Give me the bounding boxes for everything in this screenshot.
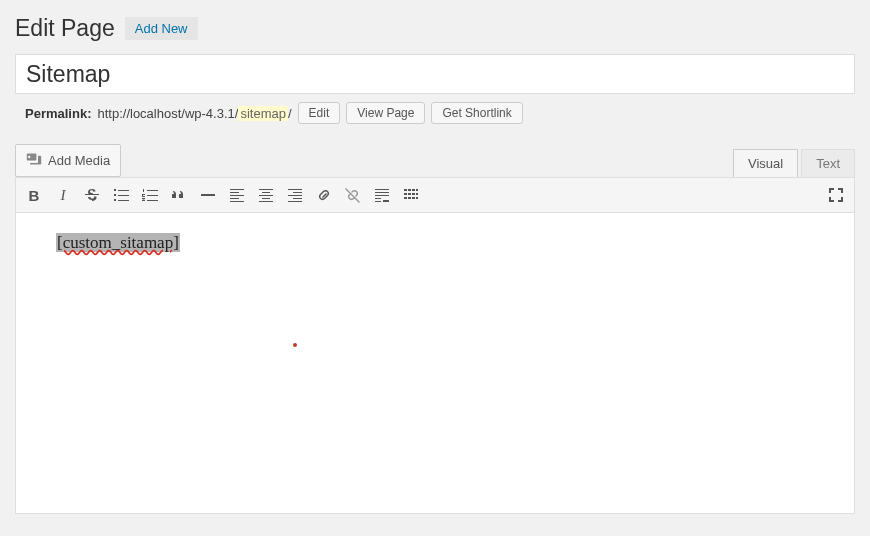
permalink-slug: sitemap — [238, 106, 288, 121]
italic-icon[interactable]: I — [49, 181, 77, 209]
bullet-list-icon[interactable] — [107, 181, 135, 209]
hr-icon[interactable] — [194, 181, 222, 209]
align-center-icon[interactable] — [252, 181, 280, 209]
editor-container: B I [custom_sitamap] — [15, 177, 855, 514]
title-input[interactable] — [15, 54, 855, 94]
link-icon[interactable] — [310, 181, 338, 209]
shortcode-text: [custom_sitamap] — [56, 233, 180, 252]
add-media-label: Add Media — [48, 153, 110, 168]
view-page-button[interactable]: View Page — [346, 102, 425, 124]
red-dot-marker — [293, 343, 297, 347]
editor-content[interactable]: [custom_sitamap] — [16, 213, 854, 513]
media-icon — [26, 151, 42, 170]
unlink-icon[interactable] — [339, 181, 367, 209]
tab-text[interactable]: Text — [801, 149, 855, 177]
add-new-button[interactable]: Add New — [125, 17, 198, 40]
bold-icon[interactable]: B — [20, 181, 48, 209]
tinymce-toolbar: B I — [16, 178, 854, 213]
edit-permalink-button[interactable]: Edit — [298, 102, 341, 124]
align-right-icon[interactable] — [281, 181, 309, 209]
blockquote-icon[interactable] — [165, 181, 193, 209]
more-icon[interactable] — [368, 181, 396, 209]
get-shortlink-button[interactable]: Get Shortlink — [431, 102, 522, 124]
permalink-row: Permalink: http://localhost/wp-4.3.1/sit… — [15, 102, 855, 124]
toolbar-toggle-icon[interactable] — [397, 181, 425, 209]
tab-visual[interactable]: Visual — [733, 149, 798, 177]
permalink-label: Permalink: — [25, 106, 91, 121]
fullscreen-icon[interactable] — [822, 181, 850, 209]
add-media-button[interactable]: Add Media — [15, 144, 121, 177]
permalink-url-text: http://localhost/wp-4.3.1/sitemap/ — [97, 106, 291, 121]
page-title: Edit Page — [15, 15, 115, 42]
numbered-list-icon[interactable] — [136, 181, 164, 209]
strikethrough-icon[interactable] — [78, 181, 106, 209]
align-left-icon[interactable] — [223, 181, 251, 209]
